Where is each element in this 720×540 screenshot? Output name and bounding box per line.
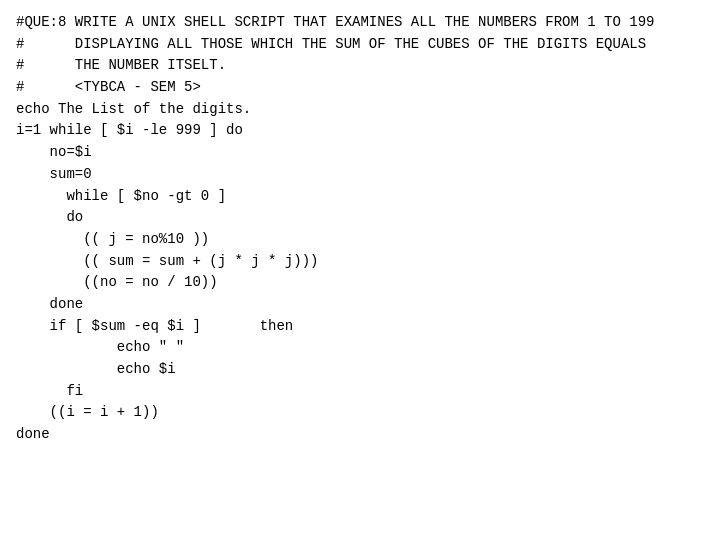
code-line: echo $i [16,359,704,381]
code-line: # DISPLAYING ALL THOSE WHICH THE SUM OF … [16,34,704,56]
code-line: sum=0 [16,164,704,186]
code-line: while [ $no -gt 0 ] [16,186,704,208]
code-line: fi [16,381,704,403]
code-line: # THE NUMBER ITSELT. [16,55,704,77]
code-line: done [16,424,704,446]
code-line: echo The List of the digits. [16,99,704,121]
code-line: ((i = i + 1)) [16,402,704,424]
code-line: i=1 while [ $i -le 999 ] do [16,120,704,142]
code-line: (( j = no%10 )) [16,229,704,251]
code-line: if [ $sum -eq $i ] then [16,316,704,338]
code-line: no=$i [16,142,704,164]
code-line: done [16,294,704,316]
code-line: do [16,207,704,229]
code-line: # <TYBCA - SEM 5> [16,77,704,99]
code-line: ((no = no / 10)) [16,272,704,294]
code-line: echo " " [16,337,704,359]
code-line: #QUE:8 WRITE A UNIX SHELL SCRIPT THAT EX… [16,12,704,34]
code-line: (( sum = sum + (j * j * j))) [16,251,704,273]
code-block: #QUE:8 WRITE A UNIX SHELL SCRIPT THAT EX… [0,0,720,458]
